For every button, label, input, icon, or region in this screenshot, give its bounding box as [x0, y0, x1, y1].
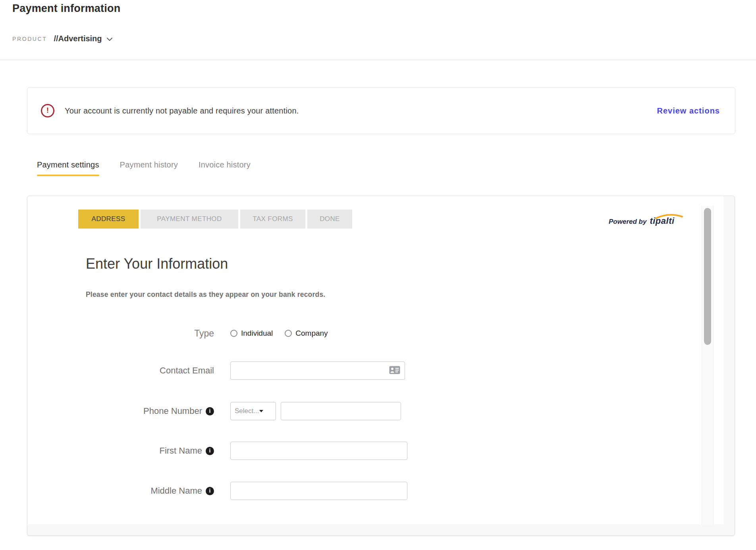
payment-information-page: Payment information PRODUCT //Advertisin… [0, 0, 756, 550]
chevron-down-icon [106, 37, 113, 42]
tipalti-logo: tipalti [650, 216, 674, 226]
payment-settings-card: ADDRESS PAYMENT METHOD TAX FORMS DONE Po… [27, 196, 735, 536]
phone-country-select-value: Select... [235, 407, 259, 415]
first-name-row: First Name i [27, 441, 544, 460]
contact-email-label: Contact Email [160, 365, 214, 376]
radio-company-label: Company [295, 329, 328, 338]
step-payment-method[interactable]: PAYMENT METHOD [141, 210, 238, 229]
tipalti-arc-icon [655, 212, 683, 222]
info-icon[interactable]: i [206, 487, 214, 495]
radio-company[interactable]: Company [285, 329, 328, 338]
middle-name-label: Middle Name [150, 486, 202, 496]
review-actions-link[interactable]: Review actions [657, 106, 720, 115]
phone-country-select[interactable]: Select... [230, 402, 276, 420]
wizard-subheading: Please enter your contact details as the… [86, 290, 325, 299]
phone-number-input[interactable] [281, 402, 401, 420]
info-icon[interactable]: i [206, 407, 214, 415]
radio-individual-label: Individual [241, 329, 273, 338]
tab-bar: Payment settings Payment history Invoice… [37, 160, 251, 176]
product-value: //Advertising [54, 34, 102, 43]
middle-name-row: Middle Name i [27, 481, 544, 500]
middle-name-input[interactable] [230, 482, 407, 500]
wizard-steps: ADDRESS PAYMENT METHOD TAX FORMS DONE [78, 210, 352, 229]
product-selector[interactable]: //Advertising [54, 34, 112, 43]
header-divider [0, 60, 756, 60]
scrollbar-thumb[interactable] [704, 208, 711, 345]
tipalti-iframe: ADDRESS PAYMENT METHOD TAX FORMS DONE Po… [27, 196, 723, 524]
radio-circle-icon [285, 330, 292, 337]
tab-invoice-history[interactable]: Invoice history [199, 160, 251, 176]
contact-card-icon [389, 366, 400, 376]
info-icon[interactable]: i [206, 447, 214, 455]
iframe-scrollbar[interactable] [702, 206, 714, 524]
first-name-label: First Name [159, 446, 202, 456]
alert-banner: ! Your account is currently not payable … [27, 87, 735, 134]
tab-payment-settings[interactable]: Payment settings [37, 160, 99, 176]
alert-icon: ! [41, 104, 54, 117]
alert-message: Your account is currently not payable an… [65, 106, 299, 115]
tab-payment-history[interactable]: Payment history [120, 160, 178, 176]
powered-by-text: Powered by [609, 218, 646, 226]
radio-individual[interactable]: Individual [230, 329, 273, 338]
phone-number-row: Phone Number i Select... [27, 402, 544, 421]
radio-circle-icon [230, 330, 237, 337]
contact-email-row: Contact Email [27, 361, 544, 380]
step-done[interactable]: DONE [307, 210, 352, 229]
page-title: Payment information [12, 2, 120, 15]
powered-by-tipalti: Powered by tipalti [609, 216, 675, 226]
type-row: Type Individual Company [27, 324, 544, 343]
caret-down-icon [259, 410, 263, 412]
step-tax-forms[interactable]: TAX FORMS [240, 210, 305, 229]
type-label: Type [194, 328, 214, 339]
step-address[interactable]: ADDRESS [78, 210, 139, 229]
wizard-heading: Enter Your Information [86, 256, 228, 272]
first-name-input[interactable] [230, 442, 407, 460]
product-label: PRODUCT [12, 36, 47, 42]
contact-email-input[interactable] [230, 362, 405, 380]
product-row: PRODUCT //Advertising [12, 34, 113, 43]
phone-number-label: Phone Number [143, 406, 202, 416]
